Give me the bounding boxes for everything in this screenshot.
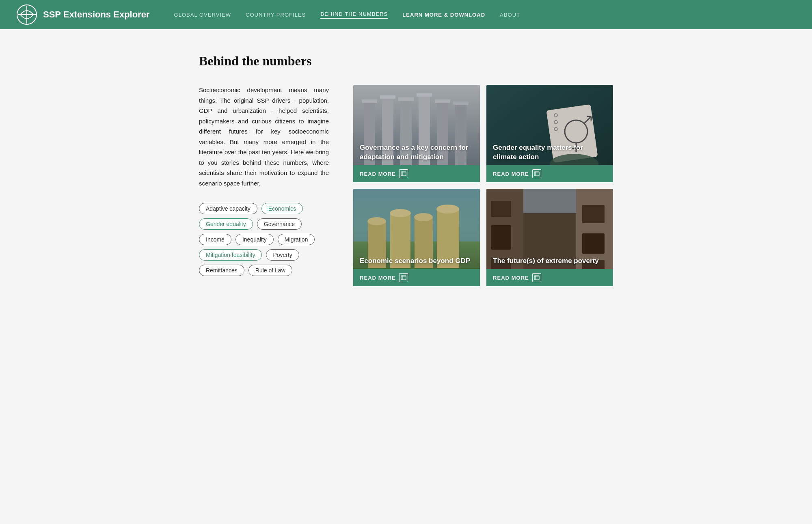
card-economic[interactable]: Economic scenarios beyond GDP READ MORE xyxy=(353,189,480,286)
card-title-poverty: The future(s) of extreme poverty xyxy=(486,251,613,269)
tag-income[interactable]: Income xyxy=(199,234,231,245)
tag-poverty[interactable]: Poverty xyxy=(266,249,299,261)
nav-link-about[interactable]: ABOUT xyxy=(500,12,520,18)
nav-logo[interactable]: SSP Extensions Explorer xyxy=(16,4,149,25)
content-layout: Socioeconomic development means many thi… xyxy=(199,85,613,286)
read-more-icon-poverty xyxy=(532,273,541,282)
card-title-governance: Governance as a key concern for adaptati… xyxy=(353,138,480,165)
navbar: SSP Extensions Explorer GLOBAL OVERVIEW … xyxy=(0,0,812,29)
card-read-more-poverty[interactable]: READ MORE xyxy=(486,269,613,286)
card-content-economic: Economic scenarios beyond GDP READ MORE xyxy=(353,251,480,286)
read-more-label-poverty: READ MORE xyxy=(493,275,529,281)
card-content-gender: Gender equality matters for climate acti… xyxy=(486,138,613,182)
svg-rect-17 xyxy=(401,172,406,176)
read-more-icon-gender xyxy=(532,169,541,178)
nav-link-learn-more[interactable]: LEARN MORE & DOWNLOAD xyxy=(402,12,485,18)
nav-link-behind-numbers[interactable]: BEHIND THE NUMBERS xyxy=(320,11,388,19)
card-read-more-gender[interactable]: READ MORE xyxy=(486,165,613,182)
page-title: Behind the numbers xyxy=(199,54,613,69)
logo-icon xyxy=(16,4,37,25)
tag-economics[interactable]: Economics xyxy=(261,203,303,214)
svg-rect-32 xyxy=(534,172,539,176)
main-content: Behind the numbers Socioeconomic develop… xyxy=(183,29,629,319)
card-governance[interactable]: Governance as a key concern for adaptati… xyxy=(353,85,480,182)
tag-adaptive-capacity[interactable]: Adaptive capacity xyxy=(199,203,257,214)
read-more-label-gender: READ MORE xyxy=(493,171,529,177)
card-content-poverty: The future(s) of extreme poverty READ MO… xyxy=(486,251,613,286)
read-more-label-economic: READ MORE xyxy=(360,275,396,281)
tag-migration[interactable]: Migration xyxy=(278,234,315,245)
read-more-icon-governance xyxy=(399,169,408,178)
card-read-more-economic[interactable]: READ MORE xyxy=(353,269,480,286)
svg-rect-65 xyxy=(534,276,539,280)
card-content-governance: Governance as a key concern for adaptati… xyxy=(353,138,480,182)
tags-container: Adaptive capacity Economics Gender equal… xyxy=(199,203,329,276)
nav-link-country-profiles[interactable]: COUNTRY PROFILES xyxy=(246,12,306,18)
tag-inequality[interactable]: Inequality xyxy=(235,234,274,245)
card-title-gender: Gender equality matters for climate acti… xyxy=(486,138,613,165)
card-gender-equality[interactable]: Gender equality matters for climate acti… xyxy=(486,85,613,182)
tag-governance[interactable]: Governance xyxy=(257,218,302,230)
card-read-more-governance[interactable]: READ MORE xyxy=(353,165,480,182)
read-more-icon-economic xyxy=(399,273,408,282)
tag-gender-equality[interactable]: Gender equality xyxy=(199,218,253,230)
card-title-economic: Economic scenarios beyond GDP xyxy=(353,251,480,269)
tag-remittances[interactable]: Remittances xyxy=(199,265,244,276)
cards-grid: Governance as a key concern for adaptati… xyxy=(353,85,613,286)
tag-mitigation-feasibility[interactable]: Mitigation feasibility xyxy=(199,249,262,261)
description-text: Socioeconomic development means many thi… xyxy=(199,85,329,188)
nav-link-global-overview[interactable]: GLOBAL OVERVIEW xyxy=(174,12,231,18)
nav-links: GLOBAL OVERVIEW COUNTRY PROFILES BEHIND … xyxy=(174,11,796,19)
left-panel: Socioeconomic development means many thi… xyxy=(199,85,329,276)
tag-rule-of-law[interactable]: Rule of Law xyxy=(248,265,292,276)
read-more-label-governance: READ MORE xyxy=(360,171,396,177)
nav-title: SSP Extensions Explorer xyxy=(43,9,149,20)
card-poverty[interactable]: The future(s) of extreme poverty READ MO… xyxy=(486,189,613,286)
svg-rect-47 xyxy=(401,276,406,280)
